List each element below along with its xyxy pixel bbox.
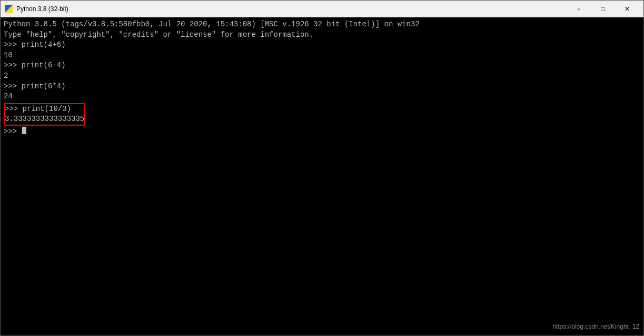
title-bar-left: Python 3.8 (32-bit)	[5, 5, 68, 13]
highlighted-block: >>> print(10/3) 3.3333333333333335	[4, 103, 85, 126]
output-4: 3.3333333333333335	[5, 114, 84, 125]
console-area[interactable]: Python 3.8.5 (tags/v3.8.5:580fbb0, Jul 2…	[1, 17, 643, 335]
prompt-5: >>>	[4, 127, 22, 137]
command-line-1: >>> print(4+6)	[4, 40, 640, 50]
startup-line-1: Python 3.8.5 (tags/v3.8.5:580fbb0, Jul 2…	[4, 19, 640, 30]
title-bar: Python 3.8 (32-bit) − □ ✕	[1, 1, 643, 17]
command-4: print(10/3)	[23, 104, 71, 115]
command-line-3: >>> print(6*4)	[4, 82, 640, 92]
minimize-button[interactable]: −	[567, 1, 591, 17]
prompt-3: >>>	[4, 82, 22, 92]
maximize-button[interactable]: □	[591, 1, 615, 17]
current-prompt-line: >>>	[4, 127, 640, 137]
window: Python 3.8 (32-bit) − □ ✕ Python 3.8.5 (…	[0, 0, 644, 336]
startup-line-2: Type "help", "copyright", "credits" or "…	[4, 30, 640, 40]
command-line-4: >>> print(10/3)	[5, 104, 84, 115]
cursor	[22, 127, 26, 134]
output-1: 10	[4, 50, 640, 61]
title-bar-controls: − □ ✕	[567, 1, 639, 17]
command-3: print(6*4)	[22, 82, 66, 92]
output-2: 2	[4, 71, 640, 82]
output-3: 24	[4, 91, 640, 102]
command-2: print(6-4)	[22, 60, 66, 71]
command-1: print(4+6)	[22, 40, 66, 50]
prompt-4: >>>	[5, 104, 23, 115]
python-icon	[5, 5, 13, 13]
window-title: Python 3.8 (32-bit)	[16, 5, 68, 13]
prompt-1: >>>	[4, 40, 22, 50]
close-button[interactable]: ✕	[615, 1, 639, 17]
watermark: https://blog.csdn.net/Kinght_12	[552, 322, 639, 331]
prompt-2: >>>	[4, 60, 22, 71]
command-line-2: >>> print(6-4)	[4, 60, 640, 71]
